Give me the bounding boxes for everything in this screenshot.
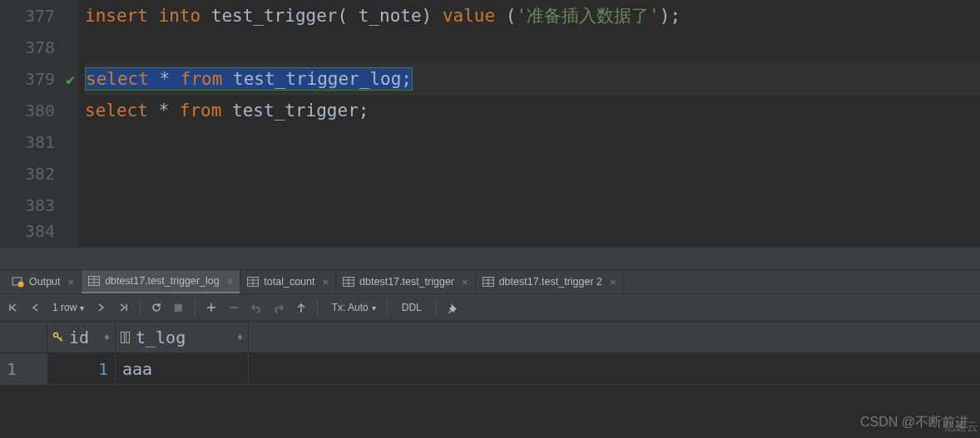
checkmark-icon: ✔ [66,71,75,88]
results-toolbar: 1 row ▾ Tx: Auto ▾ DDL [0,294,980,322]
separator [387,299,388,316]
table-icon [88,276,100,286]
code-line[interactable] [85,158,980,189]
stop-button[interactable] [169,298,189,317]
table-icon [483,277,494,287]
tx-mode-dropdown[interactable]: Tx: Auto ▾ [324,302,381,313]
separator [140,299,141,316]
row-number[interactable]: 1 [0,353,47,384]
svg-rect-21 [126,332,130,342]
tab-test-trigger[interactable]: dbtest17.test_trigger × [336,270,476,293]
add-row-button[interactable] [201,298,221,317]
svg-point-19 [54,332,58,337]
line-number: 382 [0,158,78,189]
line-number: 384 [0,221,78,237]
tab-label: dbtest17.test_trigger 2 [499,276,602,288]
code-editor[interactable]: 377 378 379 ✔ 380 381 382 383 384 insert… [0,0,980,247]
sort-icon: ♦ [104,332,110,343]
panel-separator[interactable] [0,247,980,270]
key-icon [52,332,64,343]
cell-id[interactable]: 1 [47,353,116,384]
tab-label: dbtest17.test_trigger [359,276,454,288]
cell-tlog[interactable]: aaa [116,353,249,384]
line-number: 381 [0,126,78,158]
code-area[interactable]: insert into test_trigger( t_note) value … [78,0,980,247]
close-icon[interactable]: × [322,276,329,288]
results-grid: id ♦ t_log ♦ 1 1 aaa [0,322,980,421]
ddl-button[interactable]: DDL [393,302,430,313]
delete-row-button[interactable] [224,298,244,317]
sort-icon: ♦ [237,332,243,343]
refresh-button[interactable] [146,298,166,317]
table-icon [343,277,354,287]
column-name: t_log [136,327,186,347]
result-tabs: Output × dbtest17.test_trigger_log × tot… [0,270,980,294]
line-number: 377 [0,0,78,32]
selection: select * from test_trigger_log; [85,67,413,91]
header-corner[interactable] [0,322,47,352]
tab-label: total_count [264,276,314,288]
commit-button[interactable] [269,298,289,317]
column-icon [121,332,131,343]
chevron-down-icon: ▾ [372,303,376,313]
output-icon [12,276,24,288]
svg-rect-18 [175,304,182,312]
last-page-button[interactable] [114,298,134,317]
tab-output[interactable]: Output × [5,270,82,293]
tab-trigger-log[interactable]: dbtest17.test_trigger_log × [82,270,240,293]
code-line[interactable]: select * from test_trigger_log; [85,63,980,95]
code-line[interactable] [85,189,980,221]
close-icon[interactable]: × [462,276,468,288]
tab-label: dbtest17.test_trigger_log [105,275,220,287]
table-icon [247,277,259,287]
close-icon[interactable]: × [227,275,234,288]
next-page-button[interactable] [92,298,111,317]
results-empty-area[interactable] [0,385,980,421]
prev-page-button[interactable] [25,298,45,317]
first-page-button[interactable] [2,298,22,317]
revert-button[interactable] [246,298,266,317]
svg-point-1 [18,282,24,288]
watermark-logo: 亿速云 [943,420,978,435]
tab-total-count[interactable]: total_count × [240,270,336,293]
line-number: 379 ✔ [0,63,78,95]
code-line[interactable] [85,32,980,63]
line-number: 383 [0,189,78,221]
separator [317,299,318,316]
column-name: id [69,327,89,347]
code-line[interactable] [85,126,980,158]
svg-rect-20 [121,332,125,342]
tab-test-trigger-2[interactable]: dbtest17.test_trigger 2 × [476,270,624,293]
line-number: 378 [0,32,78,63]
pin-button[interactable] [443,298,463,317]
code-line[interactable]: insert into test_trigger( t_note) value … [85,0,980,32]
close-icon[interactable]: × [610,276,616,288]
code-line[interactable]: select * from test_trigger; [85,95,980,126]
row-count-label[interactable]: 1 row ▾ [47,302,89,313]
column-header-id[interactable]: id ♦ [47,322,116,352]
results-header: id ♦ t_log ♦ [0,322,980,353]
line-number: 380 [0,95,78,126]
editor-gutter: 377 378 379 ✔ 380 381 382 383 384 [0,0,78,247]
tab-label: Output [29,276,61,288]
table-row[interactable]: 1 1 aaa [0,353,980,385]
column-header-tlog[interactable]: t_log ♦ [116,322,249,352]
separator [436,299,437,316]
separator [195,299,196,316]
close-icon[interactable]: × [68,276,75,288]
chevron-down-icon: ▾ [80,303,84,313]
submit-button[interactable] [291,298,311,317]
